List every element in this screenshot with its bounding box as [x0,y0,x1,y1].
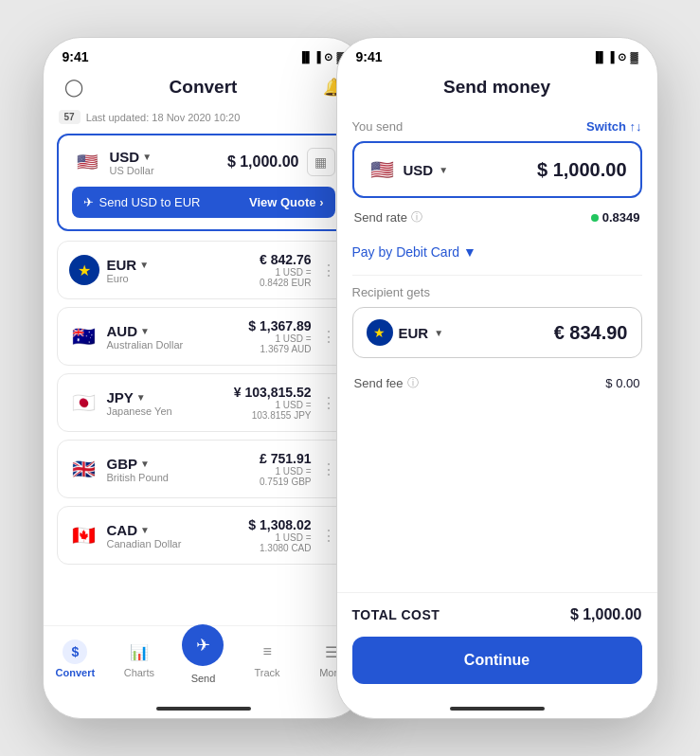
aud-flag: 🇦🇺 [69,321,99,351]
view-quote-btn[interactable]: View Quote › [249,195,324,209]
time-1: 9:41 [63,49,89,64]
aud-right: $ 1,367.89 1 USD =1.3679 AUD ⋮ [248,318,337,354]
switch-button[interactable]: Switch ↑↓ [586,119,642,134]
currency-item-eur[interactable]: ★ EUR ▼ Euro € 842.76 1 USD =0.8428 [57,241,350,299]
main-currency-code[interactable]: USD ▼ [110,149,154,165]
cad-flag: 🇨🇦 [69,520,99,550]
jpy-amounts: ¥ 103,815.52 1 USD =103.8155 JPY [234,385,312,421]
currency-dropdown-arrow: ▼ [142,152,152,162]
aud-left: 🇦🇺 AUD ▼ Australian Dollar [69,321,184,351]
currency-item-aud[interactable]: 🇦🇺 AUD ▼ Australian Dollar $ 1,367.89 [57,307,350,366]
home-bar-1 [156,707,251,711]
main-currency-card[interactable]: 🇺🇸 USD ▼ US Dollar $ 1,000.00 ▦ [57,134,350,231]
send-section: You send Switch ↑↓ 🇺🇸 USD ▼ $ 1,000.00 S… [337,110,657,592]
eur-menu[interactable]: ⋮ [319,261,338,279]
aud-menu[interactable]: ⋮ [319,328,338,346]
cad-left: 🇨🇦 CAD ▼ Canadian Dollar [69,520,182,550]
total-cost-label: TOTAL COST [352,607,440,622]
phones-container: 9:41 ▐▌▐ ⊙ ▓ ◯ Convert 🔔 57 Last updated… [43,37,658,719]
currency-item-jpy[interactable]: 🇯🇵 JPY ▼ Japanese Yen ¥ 103,815.52 [57,373,350,432]
to-amount: € 834.90 [554,322,628,344]
nav-item-charts[interactable]: 📊 Charts [107,639,171,678]
battery-icon-2: ▓ [630,51,637,63]
send-fab[interactable]: ✈ [182,624,224,666]
signal-icon-2: ▐▌▐ [592,51,614,63]
nav-item-send[interactable]: ✈ Send [171,624,236,684]
send-bar-label: Send USD to EUR [99,195,201,209]
header-1: ◯ Convert 🔔 [44,70,364,110]
gbp-name: British Pound [107,472,169,483]
calendar-icon[interactable]: ▦ [307,148,335,176]
currency-item-cad[interactable]: 🇨🇦 CAD ▼ Canadian Dollar $ 1,308.02 [57,506,350,565]
nav-label-charts: Charts [124,667,154,678]
cad-amounts: $ 1,308.02 1 USD =1.3080 CAD [248,517,311,553]
from-flag: 🇺🇸 [368,154,398,185]
gbp-right: £ 751.91 1 USD =0.7519 GBP ⋮ [260,451,338,487]
you-send-row: You send Switch ↑↓ [352,119,642,134]
phone-convert: 9:41 ▐▌▐ ⊙ ▓ ◯ Convert 🔔 57 Last updated… [43,37,365,719]
wifi-icon-2: ⊙ [618,51,626,63]
charts-icon: 📊 [127,639,152,664]
update-badge: 57 [59,110,81,124]
pay-method-row[interactable]: Pay by Debit Card ▼ [352,235,642,269]
aud-name: Australian Dollar [107,339,184,351]
aud-code: AUD ▼ [107,323,184,339]
jpy-left: 🇯🇵 JPY ▼ Japanese Yen [69,387,172,418]
send-rate-value: 0.8349 [591,210,640,225]
send-bar[interactable]: ✈ Send USD to EUR View Quote › [72,187,335,218]
track-icon: ≡ [255,639,279,664]
last-updated-row: 57 Last updated: 18 Nov 2020 10:20 [57,110,350,124]
convert-icon: $ [63,639,87,664]
jpy-menu[interactable]: ⋮ [319,394,338,412]
gbp-code: GBP ▼ [107,456,169,472]
cad-right: $ 1,308.02 1 USD =1.3080 CAD ⋮ [248,517,337,553]
wifi-icon: ⊙ [324,51,332,63]
main-currency-left: 🇺🇸 USD ▼ US Dollar [72,147,154,177]
continue-button[interactable]: Continue [352,637,642,684]
fee-info-icon: ⓘ [407,375,419,391]
profile-icon[interactable]: ◯ [61,74,87,100]
eur-amounts: € 842.76 1 USD =0.8428 EUR [260,252,312,288]
jpy-flag: 🇯🇵 [69,387,99,418]
cad-name: Canadian Dollar [107,538,182,549]
nav-item-convert[interactable]: $ Convert [44,639,108,678]
to-currency-card[interactable]: ★ EUR ▼ € 834.90 [352,307,642,358]
eur-code: EUR ▼ [107,257,150,273]
main-currency-name: US Dollar [110,165,154,176]
recipient-gets-row: Recipient gets [352,285,642,299]
nav-item-track[interactable]: ≡ Track [235,639,299,678]
status-icons-2: ▐▌▐ ⊙ ▓ [592,51,637,63]
page-title-1: Convert [87,77,320,98]
send-fee-label: Send fee ⓘ [354,375,419,391]
jpy-name: Japanese Yen [107,405,172,417]
from-currency-selector[interactable]: 🇺🇸 USD ▼ [368,154,449,185]
from-currency-card[interactable]: 🇺🇸 USD ▼ $ 1,000.00 [352,141,642,198]
to-flag: ★ [367,319,393,346]
jpy-code: JPY ▼ [107,389,172,405]
eur-flag: ★ [69,255,99,285]
recipient-gets-label: Recipient gets [352,285,430,299]
from-amount: $ 1,000.00 [537,159,627,181]
send-money-screen: You send Switch ↑↓ 🇺🇸 USD ▼ $ 1,000.00 S… [337,110,657,699]
currency-item-gbp[interactable]: 🇬🇧 GBP ▼ British Pound £ 751.91 1 [57,440,350,498]
cad-menu[interactable]: ⋮ [319,527,338,545]
signal-icon: ▐▌▐ [298,51,320,63]
gbp-flag: 🇬🇧 [69,454,99,484]
rate-info-icon: ⓘ [411,209,422,225]
cad-code: CAD ▼ [107,522,182,538]
status-bar-2: 9:41 ▐▌▐ ⊙ ▓ [337,38,657,70]
to-currency-selector[interactable]: ★ EUR ▼ [367,319,444,346]
phone-send-money: 9:41 ▐▌▐ ⊙ ▓ ‹ Send money ✕ You send Swi… [336,37,658,719]
send-plane-icon: ✈ [83,195,94,209]
jpy-right: ¥ 103,815.52 1 USD =103.8155 JPY ⋮ [234,385,338,421]
total-cost-value: $ 1,000.00 [570,606,642,623]
eur-name: Euro [107,273,150,284]
eur-right: € 842.76 1 USD =0.8428 EUR ⋮ [260,252,338,288]
from-code: USD [404,162,434,178]
screen-content-1: 57 Last updated: 18 Nov 2020 10:20 🇺🇸 US… [44,110,364,625]
you-send-label: You send [352,119,404,134]
page-title-2: Send money [381,77,614,98]
bottom-nav: $ Convert 📊 Charts ✈ Send ≡ Track ☰ More [44,625,364,699]
home-bar-2 [450,707,545,711]
gbp-menu[interactable]: ⋮ [319,460,338,478]
